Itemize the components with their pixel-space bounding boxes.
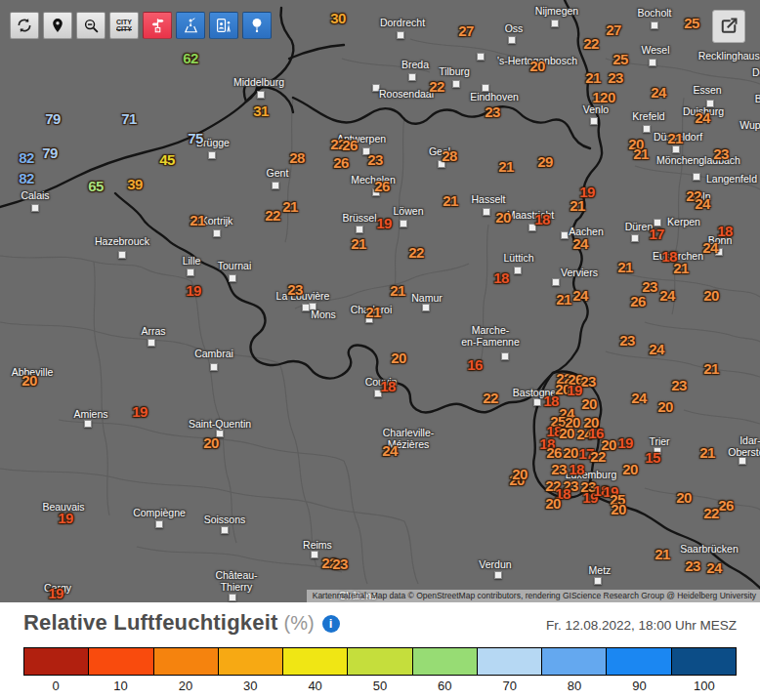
humidity-value: 23 [367,151,383,168]
legend-title: Relative Luftfeuchtigkeit [23,610,277,635]
city-marker [400,220,407,227]
scale-segment [348,648,412,675]
humidity-value: 18 [493,269,509,286]
poi-signpost-icon: c [149,17,166,34]
svg-text:c: c [156,28,158,32]
city-label: Amiens [73,408,107,420]
city-marker [229,274,236,282]
humidity-value: 20 [563,444,578,461]
humidity-value: 18 [717,223,733,239]
city-marker [514,267,522,274]
humidity-value: 39 [127,176,143,192]
location-button[interactable] [43,12,72,39]
refresh-button[interactable] [10,12,39,39]
city-marker [257,91,265,99]
humidity-value: 20 [203,434,219,451]
zoom-out-button[interactable] [76,12,106,39]
city-marker [533,398,541,406]
city-marker [311,551,318,558]
humidity-value: 23 [713,145,729,162]
city-label: Eindhoven [470,91,519,103]
humidity-value: 21 [365,304,381,320]
share-button[interactable] [712,10,745,43]
city-label: Essen [693,84,721,96]
scale-tick-label: 10 [88,679,152,693]
humidity-value: 23 [485,103,500,120]
zoom-out-icon [83,18,100,34]
humidity-value: 21 [570,197,585,214]
city-marker [408,73,416,81]
humidity-value: 15 [645,449,660,466]
humidity-value: 26 [718,497,734,514]
humidity-value: 26 [333,154,349,171]
legend-unit: (%) [283,612,314,634]
viewpoint-button[interactable] [176,12,205,39]
legend-panel: Relative Luftfeuchtigkeit(%)i Fr. 12.08.… [0,602,760,700]
city-label: Bocholt [637,7,671,19]
city-label: Reims [303,539,332,551]
humidity-value: 20 [21,372,37,389]
city-label: Lille [183,255,201,267]
humidity-value: 24 [382,442,398,459]
humidity-value: 27 [606,21,621,38]
city-marker [229,594,236,601]
humidity-value: 21 [585,69,601,86]
city-marker [155,520,163,528]
humidity-value: 21 [351,235,366,252]
mobile-app-icon [215,17,232,34]
humidity-value: 24 [695,109,710,126]
city-label: Saint-Quentin [189,418,251,430]
city-marker [590,117,598,125]
humidity-value: 21 [390,282,405,299]
city-label: Kerpen [667,216,700,227]
city-marker [649,59,656,66]
city-label: Löwen [394,205,424,217]
humidity-value: 22 [583,35,599,52]
scale-tick-label: 40 [282,679,347,693]
humidity-value: 23 [685,557,700,574]
city-label: Breda [401,59,429,70]
humidity-value: 19 [48,585,63,601]
city-labels-toggle-button[interactable]: CITYCITY [109,12,139,39]
city-marker [397,31,404,39]
humidity-value: 21 [617,259,633,275]
humidity-value: 24 [659,287,675,304]
city-label: Trier [649,435,669,447]
city-label: Nijmegen [535,5,578,17]
city-label: Langenfeld [706,173,757,185]
city-label: Compiègne [133,507,186,518]
humidity-value: 26 [374,178,390,194]
city-label: Lüttich [504,252,534,264]
city-marker [551,20,559,27]
weather-map[interactable]: DordrechtOssNijmegenBocholtWeselReckling… [0,0,760,602]
humidity-value: 19 [567,382,582,398]
humidity-value: 19 [186,282,201,299]
city-marker [501,352,509,360]
city-label: Middelburg [233,76,284,88]
city-marker [483,208,490,216]
location-icon [50,17,65,34]
city-marker [356,226,363,233]
info-icon[interactable]: i [322,615,340,633]
humidity-value: 82 [19,170,34,186]
weather-balloon-button[interactable] [242,12,272,39]
scale-segment [219,648,283,675]
city-label: Arras [141,325,165,337]
mobile-app-button[interactable] [209,12,238,39]
humidity-value: 79 [45,110,61,127]
city-label: Dortmund [752,66,760,78]
poi-signpost-button[interactable]: c [143,12,172,39]
scale-segment [89,648,153,675]
city-label: Oss [505,22,524,34]
scale-segment [283,648,348,675]
humidity-value: 82 [19,149,34,166]
humidity-value: 20 [581,395,597,412]
humidity-value: 23 [608,69,623,86]
humidity-value: 20 [703,287,719,304]
humidity-value: 18 [380,378,396,394]
scale-segment [672,648,736,675]
color-scale [23,647,737,676]
city-label: Venlo [583,103,609,115]
scale-tick-label: 20 [153,679,218,693]
city-labels-toggle-icon: CITYCITY [116,19,132,32]
